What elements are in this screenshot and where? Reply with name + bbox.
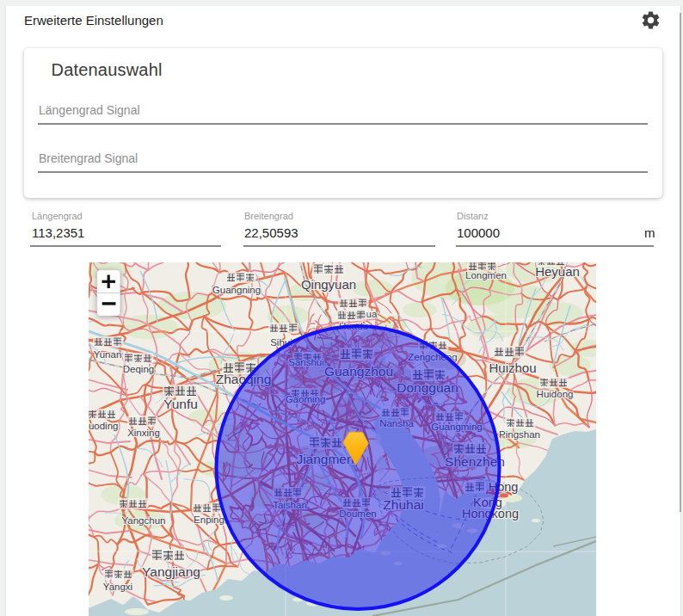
svg-text:Yangjiang: Yangjiang <box>142 564 200 579</box>
svg-text:Luoding: Luoding <box>89 421 118 431</box>
svg-text:Enping: Enping <box>194 514 225 525</box>
svg-text:Yangchun: Yangchun <box>122 515 166 526</box>
svg-text:Huidong: Huidong <box>537 389 574 399</box>
svg-text:Xinxing: Xinxing <box>127 428 160 438</box>
svg-text:Yangxi: Yangxi <box>103 582 132 592</box>
svg-text:Yunan: Yunan <box>94 349 122 360</box>
svg-text:Deqing: Deqing <box>123 364 154 374</box>
svg-text:Pingshan: Pingshan <box>499 429 540 440</box>
svg-text:Qingyuan: Qingyuan <box>301 277 356 292</box>
svg-text:Heyuan: Heyuan <box>535 264 580 279</box>
svg-text:Guangning: Guangning <box>212 285 261 295</box>
svg-text:Longmen: Longmen <box>465 270 507 280</box>
svg-text:Yunfu: Yunfu <box>163 397 198 411</box>
svg-text:Huizhou: Huizhou <box>489 360 536 375</box>
